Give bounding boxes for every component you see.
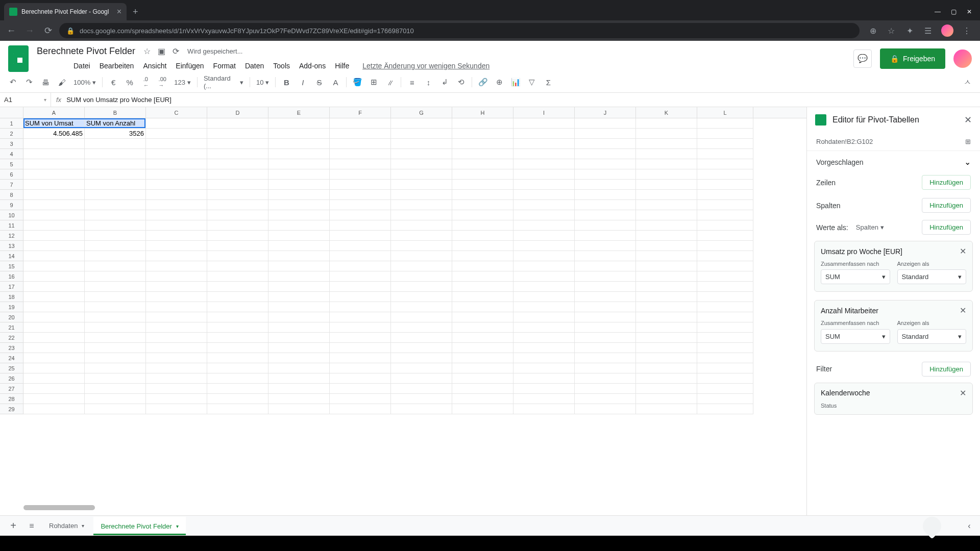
cell[interactable] xyxy=(391,210,452,220)
cell[interactable] xyxy=(636,220,697,231)
cell[interactable] xyxy=(146,169,207,180)
cell[interactable] xyxy=(575,231,636,241)
cell[interactable] xyxy=(268,282,330,292)
wrap-button[interactable]: ↲ xyxy=(437,75,452,89)
column-header[interactable]: K xyxy=(636,107,697,118)
cell[interactable] xyxy=(636,282,697,292)
sheets-logo[interactable] xyxy=(8,45,29,72)
cell[interactable] xyxy=(697,282,753,292)
row-header[interactable]: 6 xyxy=(0,169,23,180)
cell[interactable] xyxy=(575,312,636,322)
cell[interactable] xyxy=(575,251,636,261)
formula-content[interactable]: SUM von Umsatz pro Woche [EUR] xyxy=(66,96,172,104)
cell[interactable] xyxy=(85,312,146,322)
cell[interactable] xyxy=(207,261,268,271)
cell[interactable] xyxy=(207,353,268,363)
cell[interactable] xyxy=(452,292,513,302)
cell[interactable] xyxy=(207,210,268,220)
cell[interactable] xyxy=(697,261,753,271)
cell[interactable] xyxy=(85,363,146,373)
cell[interactable] xyxy=(268,261,330,271)
cell[interactable] xyxy=(207,343,268,353)
row-header[interactable]: 10 xyxy=(0,210,23,220)
row-header[interactable]: 24 xyxy=(0,353,23,363)
cell[interactable] xyxy=(330,261,391,271)
cell[interactable] xyxy=(452,180,513,190)
v-align-button[interactable]: ↕ xyxy=(421,75,436,89)
row-header[interactable]: 28 xyxy=(0,394,23,404)
cell[interactable] xyxy=(85,271,146,282)
cell[interactable] xyxy=(85,251,146,261)
cell[interactable] xyxy=(391,322,452,333)
add-columns-button[interactable]: Hinzufügen xyxy=(922,198,971,213)
cell[interactable] xyxy=(330,312,391,322)
fill-color-button[interactable]: 🪣 xyxy=(350,75,365,89)
cell[interactable] xyxy=(513,343,575,353)
cell[interactable] xyxy=(85,139,146,149)
cell[interactable] xyxy=(513,384,575,394)
cell[interactable] xyxy=(575,129,636,139)
close-tab-icon[interactable]: × xyxy=(117,7,121,16)
cell[interactable] xyxy=(23,343,85,353)
cell[interactable] xyxy=(452,159,513,169)
cell[interactable] xyxy=(452,241,513,251)
suggested-section[interactable]: Vorgeschlagen ⌄ xyxy=(807,151,980,169)
column-header[interactable]: H xyxy=(452,107,513,118)
cell[interactable] xyxy=(268,404,330,414)
cell[interactable] xyxy=(575,210,636,220)
cell[interactable] xyxy=(636,302,697,312)
cell[interactable] xyxy=(85,394,146,404)
cell[interactable] xyxy=(330,180,391,190)
cell[interactable] xyxy=(697,241,753,251)
cell[interactable] xyxy=(513,322,575,333)
cell[interactable] xyxy=(330,333,391,343)
cell[interactable] xyxy=(697,180,753,190)
cell[interactable] xyxy=(146,159,207,169)
cell[interactable]: SUM von Anzahl xyxy=(85,118,146,129)
cell[interactable] xyxy=(23,180,85,190)
cell[interactable] xyxy=(207,271,268,282)
cell[interactable] xyxy=(85,180,146,190)
cell[interactable] xyxy=(452,271,513,282)
cell[interactable] xyxy=(452,149,513,159)
share-button[interactable]: 🔒 Freigeben xyxy=(880,48,945,69)
cell[interactable] xyxy=(575,333,636,343)
cell[interactable] xyxy=(146,190,207,200)
cell[interactable] xyxy=(23,363,85,373)
cell[interactable] xyxy=(697,169,753,180)
cell[interactable] xyxy=(391,373,452,384)
menu-bearbeiten[interactable]: Bearbeiten xyxy=(95,60,138,72)
increase-decimal-button[interactable]: .00→ xyxy=(155,75,170,89)
cell[interactable] xyxy=(146,282,207,292)
row-header[interactable]: 13 xyxy=(0,241,23,251)
cell[interactable] xyxy=(268,312,330,322)
cell[interactable] xyxy=(575,149,636,159)
cell[interactable] xyxy=(146,251,207,261)
cell[interactable] xyxy=(146,261,207,271)
row-header[interactable]: 16 xyxy=(0,271,23,282)
cell[interactable] xyxy=(636,353,697,363)
cell[interactable] xyxy=(146,220,207,231)
cell[interactable] xyxy=(146,404,207,414)
filter-button[interactable]: ▽ xyxy=(524,75,540,89)
cell[interactable] xyxy=(23,394,85,404)
cell[interactable] xyxy=(697,251,753,261)
cell[interactable] xyxy=(636,322,697,333)
cell[interactable] xyxy=(85,404,146,414)
menu-tools[interactable]: Tools xyxy=(269,60,294,72)
cell[interactable] xyxy=(330,210,391,220)
cell[interactable] xyxy=(207,200,268,210)
cell[interactable] xyxy=(452,302,513,312)
browser-menu-icon[interactable]: ⋮ xyxy=(962,26,972,36)
horizontal-scrollbar[interactable] xyxy=(23,505,95,510)
document-title[interactable]: Berechnete Pivot Felder xyxy=(34,45,138,58)
cell[interactable] xyxy=(268,220,330,231)
cell[interactable] xyxy=(146,343,207,353)
cell[interactable] xyxy=(85,261,146,271)
cell[interactable] xyxy=(330,384,391,394)
cell[interactable] xyxy=(513,220,575,231)
cell[interactable] xyxy=(513,312,575,322)
cell[interactable] xyxy=(513,271,575,282)
cell[interactable] xyxy=(636,159,697,169)
cell[interactable] xyxy=(575,292,636,302)
